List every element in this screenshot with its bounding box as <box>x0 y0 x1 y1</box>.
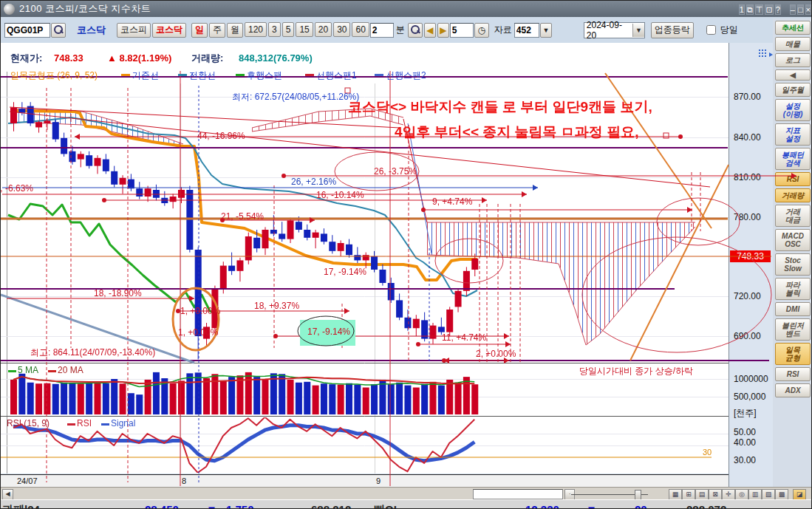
period-button-15[interactable]: 15 <box>296 22 313 37</box>
price-label: 720.00 <box>734 291 761 301</box>
next-button[interactable]: ▶ <box>437 23 449 38</box>
date-label-9: 9 <box>376 476 381 485</box>
status-bar: 괴페l2428,450▼1,750688,212삐OI12,330▼20288,… <box>1 499 812 509</box>
sidebar-button-봉패턴검색[interactable]: 봉패턴 검색 <box>775 148 811 170</box>
date-combo[interactable]: 2024-09-20 ▼ <box>584 22 645 38</box>
prev-button[interactable]: ◀ <box>424 23 436 38</box>
price-label: 690.00 <box>734 331 761 341</box>
price-axis: 870.00840.00810.00780.00720.00690.001000… <box>729 43 774 487</box>
title-bar[interactable]: 2100 코스피/코스닥 지수차트 1⧉⊤⊡?–□× <box>1 1 812 17</box>
mini-icon-1[interactable]: ⊞ <box>682 489 695 500</box>
period-button-일[interactable]: 일 <box>191 23 208 38</box>
symbol-input[interactable] <box>4 23 50 38</box>
price-label: 870.00 <box>734 92 761 102</box>
zoom-slider-handle[interactable] <box>635 490 641 500</box>
mini-icon-5[interactable]: ◎ <box>735 489 748 500</box>
sidebar-button-DMI[interactable]: DMI <box>775 302 811 316</box>
date-axis: 24/0789 <box>1 474 729 488</box>
volume-label: 1000000 <box>734 374 768 384</box>
sidebar-button-MACDOSC[interactable]: MACD OSC <box>775 229 811 251</box>
app-window: 2100 코스피/코스닥 지수차트 1⧉⊤⊡?–□× 코스닥 코스피코스닥 일주… <box>0 0 812 509</box>
range-box[interactable] <box>473 489 563 499</box>
symbol-search-button[interactable] <box>51 23 66 38</box>
minute-input[interactable] <box>370 23 394 38</box>
bottom-scroll-row: ◀ · ▦⊞▤⊠✛◎▥▧▩◪ <box>1 487 812 500</box>
data-count-input[interactable] <box>514 23 539 38</box>
status-item-4: 688,212 <box>311 502 351 509</box>
today-checkbox[interactable] <box>706 25 716 35</box>
status-item-2: ▼ <box>206 502 217 509</box>
sidebar-button-일주월[interactable]: 일주월 <box>775 83 811 97</box>
market-toggle: 코스피코스닥 <box>116 22 187 38</box>
count-input[interactable] <box>450 23 474 38</box>
sidebar-button-매물[interactable]: 매물 <box>775 37 811 51</box>
titlebar-icon-1[interactable]: ⧉ <box>746 4 754 15</box>
mini-icon-6[interactable]: ▥ <box>748 489 762 500</box>
titlebar-icon-0[interactable]: 1 <box>739 4 745 15</box>
titlebar-icon-2[interactable]: ⊤ <box>755 4 764 15</box>
sidebar-button-거래량[interactable]: 거래량 <box>775 188 811 202</box>
sidebar-button-볼린저밴드[interactable]: 볼린저 밴드 <box>775 318 811 341</box>
rsi-label: 30.00 <box>734 455 756 465</box>
mini-icon-4[interactable]: ✛ <box>722 489 735 500</box>
data-label: 자료 <box>494 24 512 36</box>
date-label-24/07: 24/07 <box>17 476 38 485</box>
titlebar-icon-4[interactable]: ? <box>775 4 781 15</box>
today-label: 당일 <box>720 24 738 36</box>
period-buttons: 일주월1203515203060 <box>191 22 370 38</box>
sidebar-button-RSI[interactable]: RSI <box>775 172 811 186</box>
mini-icon-3[interactable]: ⊠ <box>709 489 722 500</box>
price-label: 840.00 <box>734 132 761 143</box>
sidebar-button-ADX[interactable]: ADX <box>775 383 811 397</box>
period-button-60[interactable]: 60 <box>352 22 369 37</box>
sidebar-button-◀[interactable]: ◀ <box>775 69 811 81</box>
sidebar-button-추세선[interactable]: 추세선 <box>775 21 811 35</box>
period-button-120[interactable]: 120 <box>245 22 267 37</box>
mini-icon-0[interactable]: ▦ <box>669 489 682 500</box>
period-button-3[interactable]: 3 <box>268 22 281 37</box>
status-item-5: 삐OI <box>374 502 397 509</box>
sidebar-button-일목균형[interactable]: 일목 균형 <box>775 343 811 365</box>
mini-icon-highlight[interactable]: ◪ <box>793 489 806 500</box>
volume-label: 500,000 <box>734 392 765 402</box>
status-item-3: 1,750 <box>226 502 254 509</box>
close-button[interactable]: × <box>805 4 811 15</box>
mini-icon-8[interactable]: ▩ <box>775 489 788 500</box>
sidebar-button-RSI[interactable]: RSI <box>775 367 811 381</box>
scroll-left-button[interactable]: ◀ <box>2 489 13 500</box>
titlebar-icons: 1⧉⊤⊡?–□× <box>739 2 812 16</box>
mini-icon-2[interactable]: ▤ <box>695 489 709 500</box>
date-label-8: 8 <box>182 476 186 485</box>
current-price-badge: 748.33 <box>730 250 771 262</box>
sidebar-button-거래대금[interactable]: 거래 대금 <box>775 205 811 227</box>
chart-canvas[interactable] <box>1 1 812 509</box>
sidebar-button-로그[interactable]: 로그 <box>775 53 811 67</box>
search-icon <box>409 24 421 35</box>
period-button-20[interactable]: 20 <box>315 22 332 37</box>
volume-label: [천주] <box>734 407 757 420</box>
titlebar-icon-3[interactable]: ⊡ <box>765 4 773 15</box>
period-button-30[interactable]: 30 <box>333 22 350 37</box>
period-button-5[interactable]: 5 <box>282 22 295 37</box>
maximize-button[interactable]: □ <box>797 4 804 15</box>
market-button-코스닥[interactable]: 코스닥 <box>152 23 186 38</box>
time-button[interactable]: ◷ <box>474 23 489 38</box>
market-button-코스피[interactable]: 코스피 <box>117 23 151 38</box>
sidebar-button-지표설정[interactable]: 지표 설정 <box>775 123 811 146</box>
search-icon <box>52 24 64 35</box>
mini-icon-7[interactable]: ▧ <box>762 489 775 500</box>
status-item-8: 20 <box>635 502 647 509</box>
period-button-주[interactable]: 주 <box>209 23 225 38</box>
minimize-button[interactable]: – <box>790 4 796 15</box>
sidebar-button-파라볼릭[interactable]: 파라 볼릭 <box>775 278 811 300</box>
app-icon <box>4 4 15 15</box>
sidebar-button-설정(이평)[interactable]: 설정 (이평) <box>775 99 811 121</box>
sidebar-button-StocSlow[interactable]: Stoc Slow <box>775 253 811 276</box>
sector-updown-button[interactable]: 업종등락 <box>651 22 694 38</box>
data-count-dropdown[interactable]: ▼ <box>540 23 552 38</box>
price-label: 810.00 <box>734 172 761 182</box>
zoom-search-button[interactable] <box>408 23 423 38</box>
rsi-label: 50.00 <box>734 427 756 437</box>
date-value: 2024-09-20 <box>587 20 630 41</box>
period-button-월[interactable]: 월 <box>227 23 243 38</box>
